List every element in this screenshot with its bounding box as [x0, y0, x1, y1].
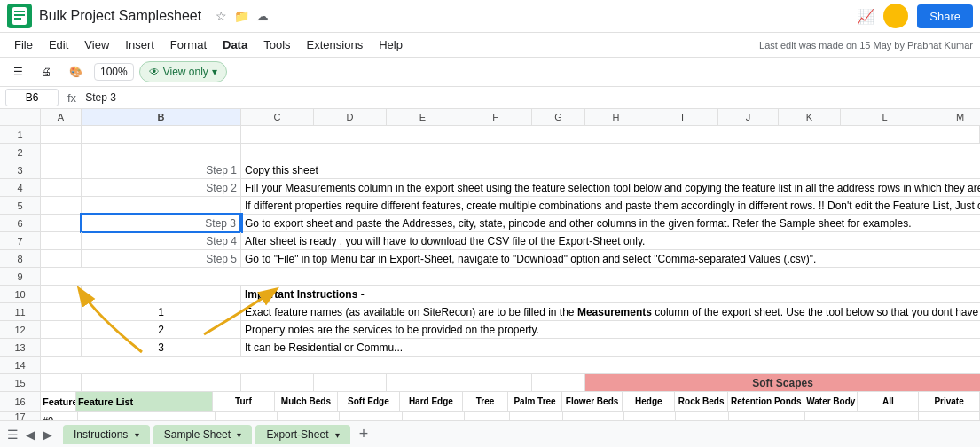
cell-7A[interactable] — [41, 232, 82, 249]
paint-format-btn[interactable]: 🎨 — [63, 61, 89, 82]
cell-17O[interactable] — [919, 412, 980, 420]
col-header-A[interactable]: A — [41, 109, 82, 125]
cell-16M[interactable]: Water Body — [804, 392, 858, 411]
cell-17I[interactable] — [563, 412, 624, 420]
cell-11A[interactable] — [41, 303, 82, 320]
cell-10C[interactable]: Important Instructions - — [241, 286, 980, 302]
cell-12B[interactable]: 2 — [82, 321, 241, 338]
col-header-G[interactable]: G — [532, 109, 585, 125]
menu-edit[interactable]: Edit — [42, 35, 75, 55]
prev-sheet-icon[interactable]: ◀ — [26, 427, 35, 442]
col-header-L[interactable]: L — [841, 109, 929, 125]
cell-1A[interactable] — [41, 126, 82, 143]
cell-10A[interactable] — [41, 286, 82, 302]
cell-2C-rest[interactable] — [241, 144, 980, 161]
add-sheet-button[interactable]: + — [359, 425, 369, 443]
cell-15B[interactable] — [82, 374, 241, 391]
cell-12A[interactable] — [41, 321, 82, 338]
cell-1B[interactable] — [82, 126, 241, 143]
zoom-selector[interactable]: 100% — [94, 63, 134, 81]
cell-15D[interactable] — [314, 374, 387, 391]
menu-help[interactable]: Help — [372, 35, 410, 55]
cell-17C[interactable]: ✓ — [216, 412, 278, 420]
cell-1C-rest[interactable] — [241, 126, 980, 143]
col-header-H[interactable]: H — [585, 109, 647, 125]
cell-16H[interactable]: Palm Tree — [508, 392, 561, 411]
analytics-icon[interactable]: 📈 — [857, 8, 874, 25]
cell-10B[interactable] — [82, 286, 241, 302]
cell-17F[interactable] — [403, 412, 465, 420]
tab-export-sheet[interactable]: Export-Sheet ▾ — [255, 425, 349, 444]
cell-15A[interactable] — [41, 374, 82, 391]
cell-3C[interactable]: Copy this sheet — [241, 161, 980, 178]
cell-12C[interactable]: Property notes are the services to be pr… — [241, 321, 980, 338]
next-sheet-icon[interactable]: ▶ — [43, 427, 52, 442]
cell-16D[interactable]: Mulch Beds — [275, 392, 337, 411]
col-header-F[interactable]: F — [459, 109, 532, 125]
cell-16E[interactable]: Soft Edge — [338, 392, 400, 411]
cell-17B[interactable]: Turf, Mulch Beds, Soft Edge, All Sidewal… — [78, 412, 216, 420]
tab-instructions-menu[interactable]: ▾ — [135, 430, 139, 440]
folder-icon[interactable]: 📁 — [234, 9, 249, 23]
menu-data[interactable]: Data — [216, 35, 255, 55]
cell-17N[interactable]: ✓ — [858, 412, 920, 420]
cell-2A[interactable] — [41, 144, 82, 161]
cell-6C[interactable]: Go to export sheet and paste the Address… — [241, 215, 980, 231]
cell-16C[interactable]: Turf — [213, 392, 275, 411]
col-header-D[interactable]: D — [314, 109, 387, 125]
cell-16B[interactable]: Feature List — [76, 392, 213, 411]
col-header-E[interactable]: E — [387, 109, 459, 125]
cell-9-rest[interactable] — [41, 268, 980, 285]
cell-16J[interactable]: Hedge — [623, 392, 675, 411]
cell-11B[interactable]: 1 — [82, 303, 241, 320]
cell-7C[interactable]: After sheet is ready , you will have to … — [241, 232, 980, 249]
cell-16G[interactable]: Tree — [463, 392, 509, 411]
cell-17G[interactable] — [465, 412, 510, 420]
cell-2B[interactable] — [82, 144, 241, 161]
tab-instructions[interactable]: Instructions ▾ — [63, 425, 150, 444]
print-btn[interactable]: 🖨 — [35, 61, 58, 82]
cell-5B[interactable] — [82, 197, 241, 214]
cell-13C[interactable]: It can be Residential or Commu... — [241, 339, 980, 356]
cell-6B[interactable]: Step 3 — [82, 215, 241, 231]
cell-17M[interactable] — [805, 412, 858, 420]
cell-15C[interactable] — [241, 374, 314, 391]
menu-file[interactable]: File — [7, 35, 40, 55]
cell-11C[interactable]: Exact feature names (as available on Sit… — [241, 303, 980, 320]
cell-17D[interactable]: ✓ — [278, 412, 340, 420]
cell-15G[interactable] — [532, 374, 585, 391]
sheets-menu-icon[interactable]: ☰ — [7, 427, 19, 442]
col-header-C[interactable]: C — [241, 109, 314, 125]
cell-3A[interactable] — [41, 161, 82, 178]
col-header-M[interactable]: M — [929, 109, 980, 125]
cell-3B[interactable]: Step 1 — [82, 161, 241, 178]
cell-8B[interactable]: Step 5 — [82, 250, 241, 267]
star-icon[interactable]: ☆ — [216, 9, 227, 23]
cell-17L[interactable] — [729, 412, 805, 420]
cell-7B[interactable]: Step 4 — [82, 232, 241, 249]
cell-17K[interactable] — [676, 412, 729, 420]
cell-16I[interactable]: Flower Beds — [562, 392, 623, 411]
cell-17E[interactable]: ✓ — [340, 412, 402, 420]
col-header-K[interactable]: K — [779, 109, 841, 125]
cell-15F[interactable] — [459, 374, 532, 391]
cell-4A[interactable] — [41, 179, 82, 196]
cell-16K[interactable]: Rock Beds — [675, 392, 728, 411]
view-only-button[interactable]: 👁 View only ▾ — [139, 61, 227, 82]
tab-sample-menu[interactable]: ▾ — [237, 430, 241, 440]
cell-13B[interactable]: 3 — [82, 339, 241, 356]
cell-reference-input[interactable] — [5, 89, 59, 106]
menu-extensions[interactable]: Extensions — [300, 35, 371, 55]
cell-4B[interactable]: Step 2 — [82, 179, 241, 196]
cell-5C[interactable]: If different properties require differen… — [241, 197, 980, 214]
cell-4C[interactable]: Fill your Measurements column in the exp… — [241, 179, 980, 196]
cell-16A[interactable]: Feature Sets — [41, 392, 76, 411]
tab-sample-sheet[interactable]: Sample Sheet ▾ — [153, 425, 253, 444]
cell-8A[interactable] — [41, 250, 82, 267]
cell-16F[interactable]: Hard Edge — [400, 392, 462, 411]
cell-17J[interactable] — [624, 412, 676, 420]
col-header-I[interactable]: I — [647, 109, 718, 125]
col-header-J[interactable]: J — [718, 109, 779, 125]
cell-16L[interactable]: Retention Ponds — [728, 392, 804, 411]
menu-btn[interactable]: ☰ — [7, 61, 29, 82]
